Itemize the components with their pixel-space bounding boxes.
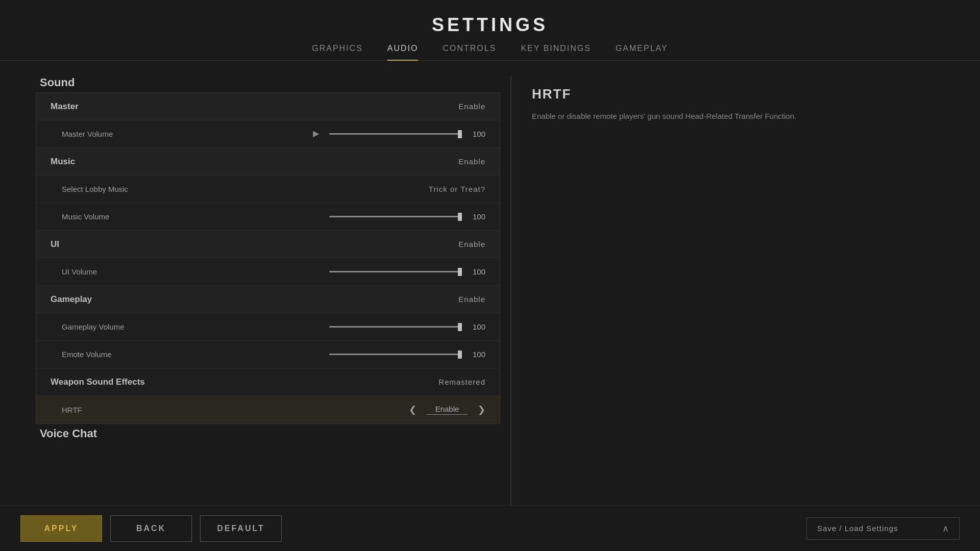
- info-panel-description: Enable or disable remote players' gun so…: [532, 110, 944, 122]
- slider-music-volume[interactable]: 100: [329, 212, 485, 221]
- value-gameplay: Enable: [458, 295, 485, 304]
- section-title-sound: Sound: [36, 76, 500, 89]
- chevron-up-icon: ∧: [942, 523, 949, 534]
- slider-thumb-emote: [458, 350, 462, 359]
- slider-master-volume[interactable]: ▶ 100: [313, 129, 485, 140]
- header: SETTINGS GRAPHICS AUDIO CONTROLS KEY BIN…: [0, 0, 980, 66]
- row-lobby-music[interactable]: Select Lobby Music Trick or Treat?: [36, 176, 500, 203]
- tab-graphics[interactable]: GRAPHICS: [312, 44, 363, 56]
- default-button[interactable]: DEFAULT: [200, 515, 282, 542]
- row-weapon-sfx: Weapon Sound Effects Remastered: [36, 368, 500, 396]
- row-music: Music Enable: [36, 148, 500, 176]
- row-music-volume: Music Volume 100: [36, 203, 500, 231]
- main-content: Sound Master Enable Master Volume ▶ 100: [15, 76, 965, 545]
- slider-track-master[interactable]: [329, 133, 462, 135]
- slider-track-emote[interactable]: [329, 354, 462, 355]
- slider-track-music[interactable]: [329, 216, 462, 217]
- row-master: Master Enable: [36, 93, 500, 120]
- label-ui: UI: [51, 239, 153, 249]
- save-load-label: Save / Load Settings: [817, 524, 898, 533]
- arrow-selector-hrtf[interactable]: ❮ Enable ❯: [409, 404, 485, 415]
- slider-value-emote: 100: [467, 350, 485, 359]
- slider-fill-emote: [329, 354, 462, 355]
- value-hrtf: Enable: [427, 405, 468, 415]
- tab-gameplay[interactable]: GAMEPLAY: [616, 44, 668, 56]
- slider-fill-gameplay: [329, 326, 462, 328]
- play-icon[interactable]: ▶: [313, 129, 324, 140]
- slider-value-gameplay: 100: [467, 322, 485, 331]
- value-master: Enable: [458, 102, 485, 111]
- slider-thumb-ui: [458, 268, 462, 276]
- section-title-voice-chat: Voice Chat: [36, 427, 500, 440]
- settings-list: Master Enable Master Volume ▶ 100 Music: [36, 92, 500, 424]
- save-load-button[interactable]: Save / Load Settings ∧: [806, 517, 960, 540]
- slider-track-ui[interactable]: [329, 271, 462, 272]
- label-master: Master: [51, 102, 153, 112]
- tab-audio[interactable]: AUDIO: [387, 44, 419, 56]
- row-hrtf[interactable]: HRTF ❮ Enable ❯: [36, 396, 500, 423]
- nav-tabs: GRAPHICS AUDIO CONTROLS KEY BINDINGS GAM…: [0, 44, 980, 61]
- value-music: Enable: [458, 157, 485, 166]
- label-lobby-music: Select Lobby Music: [51, 185, 153, 193]
- value-weapon-sfx: Remastered: [438, 378, 485, 386]
- slider-thumb-gameplay: [458, 323, 462, 331]
- slider-thumb-master: [458, 130, 462, 138]
- row-ui: UI Enable: [36, 231, 500, 258]
- tab-controls[interactable]: CONTROLS: [443, 44, 496, 56]
- back-button[interactable]: BACK: [110, 515, 192, 542]
- label-weapon-sfx: Weapon Sound Effects: [51, 377, 153, 387]
- slider-fill-ui: [329, 271, 462, 272]
- arrow-left-hrtf[interactable]: ❮: [409, 404, 416, 415]
- row-master-volume: Master Volume ▶ 100: [36, 120, 500, 148]
- value-lobby-music: Trick or Treat?: [429, 185, 485, 193]
- arrow-right-hrtf[interactable]: ❯: [478, 404, 485, 415]
- slider-ui-volume[interactable]: 100: [329, 267, 485, 276]
- apply-button[interactable]: APPLY: [20, 515, 102, 542]
- value-ui: Enable: [458, 240, 485, 248]
- row-gameplay: Gameplay Enable: [36, 286, 500, 313]
- slider-gameplay-volume[interactable]: 100: [329, 322, 485, 331]
- row-gameplay-volume: Gameplay Volume 100: [36, 313, 500, 341]
- slider-value-ui: 100: [467, 267, 485, 276]
- slider-thumb-music: [458, 213, 462, 221]
- bottom-bar: APPLY BACK DEFAULT Save / Load Settings …: [0, 505, 980, 551]
- slider-fill-master: [329, 133, 462, 135]
- info-panel-title: HRTF: [532, 86, 944, 102]
- slider-track-gameplay[interactable]: [329, 326, 462, 328]
- settings-panel: Sound Master Enable Master Volume ▶ 100: [36, 76, 500, 545]
- row-ui-volume: UI Volume 100: [36, 258, 500, 286]
- label-ui-volume: UI Volume: [51, 267, 153, 276]
- slider-value-music: 100: [467, 212, 485, 221]
- label-music-volume: Music Volume: [51, 212, 153, 221]
- info-panel: HRTF Enable or disable remote players' g…: [510, 76, 965, 545]
- row-emote-volume: Emote Volume 100: [36, 341, 500, 368]
- page-title: SETTINGS: [0, 14, 980, 36]
- tab-key-bindings[interactable]: KEY BINDINGS: [521, 44, 591, 56]
- label-gameplay-volume: Gameplay Volume: [51, 322, 153, 331]
- label-master-volume: Master Volume: [51, 130, 153, 138]
- label-music: Music: [51, 157, 153, 167]
- label-gameplay: Gameplay: [51, 294, 153, 305]
- label-emote-volume: Emote Volume: [51, 350, 153, 359]
- slider-fill-music: [329, 216, 462, 217]
- slider-value-master: 100: [467, 130, 485, 138]
- slider-emote-volume[interactable]: 100: [329, 350, 485, 359]
- label-hrtf: HRTF: [51, 406, 153, 414]
